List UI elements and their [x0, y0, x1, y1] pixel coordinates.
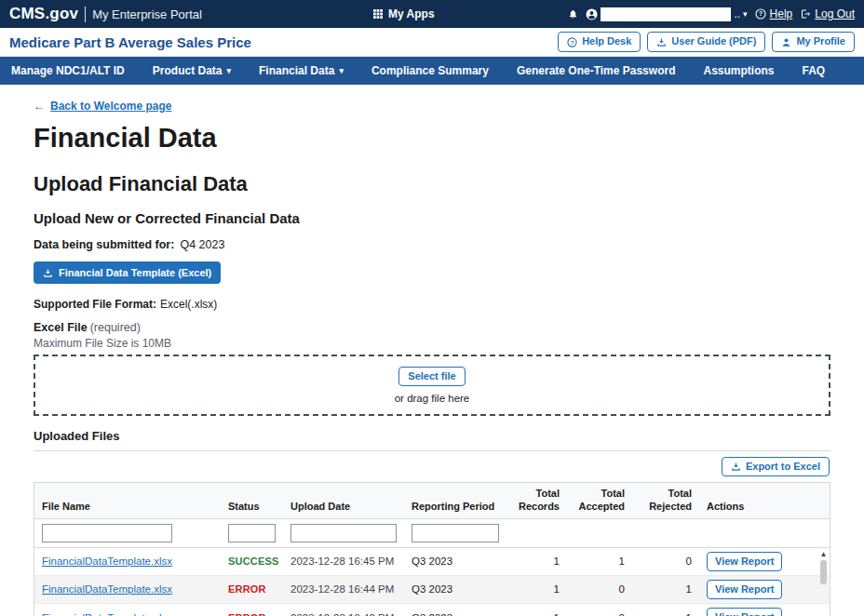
main-nav: Manage NDC1/ALT ID Product Data▾ Financi… — [0, 57, 864, 85]
app-bar: Medicare Part B Average Sales Price ? He… — [0, 28, 864, 57]
submitted-for-value: Q4 2023 — [180, 238, 224, 251]
back-to-welcome-link[interactable]: ← Back to Welcome page — [34, 100, 172, 113]
view-report-button[interactable]: View Report — [707, 552, 782, 571]
nav-financial-data[interactable]: Financial Data▾ — [259, 64, 344, 77]
reporting-period-cell: Q3 2023 — [404, 580, 506, 598]
supported-format-label: Supported File Format: — [34, 298, 156, 311]
col-header-total-records: Total Records — [506, 483, 567, 518]
file-dropzone[interactable]: Select file or drag file here — [34, 355, 830, 416]
excel-file-label-row: Excel File(required) — [34, 321, 830, 334]
help-circle-icon: ? — [567, 37, 577, 47]
total-accepted-cell: 1 — [567, 552, 632, 570]
financial-data-template-button[interactable]: Financial Data Template (Excel) — [34, 261, 221, 284]
user-avatar-icon — [586, 8, 598, 20]
logout-icon — [800, 8, 811, 20]
app-title: Medicare Part B Average Sales Price — [9, 34, 251, 50]
total-records-cell: 1 — [506, 580, 567, 598]
view-report-button[interactable]: View Report — [707, 580, 782, 599]
status-text: ERROR — [228, 612, 266, 616]
nav-label: FAQ — [802, 64, 825, 77]
username-truncation: .. — [734, 7, 740, 20]
nav-label: Assumptions — [703, 64, 774, 77]
portal-title: My Enterprise Portal — [92, 7, 202, 21]
nav-compliance-summary[interactable]: Compliance Summary — [371, 64, 489, 77]
upload-date-cell: 2023-12-28 16:42 PM — [283, 609, 404, 616]
total-rejected-cell: 0 — [632, 552, 699, 570]
uploaded-files-heading: Uploaded Files — [34, 429, 830, 443]
select-file-button[interactable]: Select file — [398, 367, 465, 386]
table-row: FinancialDataTemplate.xlsx SUCCESS 2023-… — [34, 548, 830, 576]
total-rejected-cell: 1 — [632, 580, 699, 598]
file-name-link[interactable]: FinancialDataTemplate.xlsx — [42, 612, 172, 616]
download-icon — [731, 462, 741, 472]
svg-text:?: ? — [759, 10, 763, 17]
chevron-down-icon: ▾ — [743, 10, 748, 19]
my-profile-button[interactable]: My Profile — [772, 32, 855, 51]
file-name-link[interactable]: FinancialDataTemplate.xlsx — [42, 583, 172, 595]
uploaded-files-table: File Name Status Upload Date Reporting P… — [34, 482, 830, 616]
total-records-cell: 1 — [506, 609, 567, 616]
table-row: FinancialDataTemplate.xlsx ERROR 2023-12… — [34, 604, 830, 616]
required-hint: (required) — [90, 321, 141, 334]
table-header-row: File Name Status Upload Date Reporting P… — [34, 483, 830, 519]
subsection-title: Upload New or Corrected Financial Data — [34, 210, 830, 226]
col-header-total-rejected: Total Rejected — [632, 483, 699, 518]
chevron-down-icon: ▾ — [226, 67, 231, 75]
view-report-button[interactable]: View Report — [707, 608, 782, 616]
nav-generate-otp[interactable]: Generate One-Time Password — [517, 64, 676, 77]
table-filter-row — [34, 519, 830, 548]
nav-faq[interactable]: FAQ — [802, 64, 825, 77]
redacted-username — [601, 7, 731, 21]
file-name-link[interactable]: FinancialDataTemplate.xlsx — [42, 556, 172, 567]
help-desk-button[interactable]: ? Help Desk — [558, 32, 641, 51]
help-desk-label: Help Desk — [582, 35, 631, 47]
bell-icon[interactable] — [568, 8, 578, 20]
my-apps-button[interactable]: My Apps — [372, 0, 435, 28]
template-button-label: Financial Data Template (Excel) — [59, 267, 211, 278]
supported-format-value: Excel(.xlsx) — [160, 298, 217, 311]
nav-manage-ndc-alt-id[interactable]: Manage NDC1/ALT ID — [11, 64, 125, 77]
main-content: ← Back to Welcome page Financial Data Up… — [0, 85, 864, 616]
scroll-up-icon[interactable]: ▲ — [820, 550, 828, 559]
filter-file-name-input[interactable] — [42, 524, 172, 542]
cms-logo[interactable]: CMS.gov — [9, 5, 78, 23]
filter-status-input[interactable] — [228, 524, 276, 542]
submitted-for-label: Data being submitted for: — [34, 238, 174, 251]
nav-product-data[interactable]: Product Data▾ — [153, 64, 231, 77]
user-guide-button[interactable]: User Guide (PDF) — [647, 32, 765, 51]
table-scrollbar[interactable]: ▲ — [818, 550, 829, 616]
filter-reporting-period-input[interactable] — [412, 524, 499, 542]
download-icon — [43, 268, 53, 278]
user-menu[interactable]: .. ▾ — [586, 7, 747, 21]
col-header-status: Status — [221, 496, 283, 518]
nav-assumptions[interactable]: Assumptions — [703, 64, 774, 77]
export-label: Export to Excel — [746, 461, 820, 473]
top-bar-right: .. ▾ ? Help Log Out — [568, 7, 855, 21]
upload-date-cell: 2023-12-28 16:45 PM — [283, 552, 404, 570]
upload-date-cell: 2023-12-28 16:44 PM — [283, 580, 404, 598]
help-link[interactable]: ? Help — [755, 7, 793, 20]
chevron-down-icon: ▾ — [339, 67, 344, 75]
export-row: Export to Excel — [34, 451, 830, 482]
submitted-for-row: Data being submitted for:Q4 2023 — [34, 238, 830, 251]
export-to-excel-button[interactable]: Export to Excel — [722, 457, 830, 476]
app-bar-buttons: ? Help Desk User Guide (PDF) My Profile — [558, 32, 855, 51]
col-header-reporting-period: Reporting Period — [404, 496, 506, 518]
top-bar: CMS.gov My Enterprise Portal My Apps .. … — [0, 0, 864, 28]
my-apps-label: My Apps — [388, 7, 435, 20]
max-file-size-hint: Maximum File Size is 10MB — [34, 337, 830, 350]
total-accepted-cell: 0 — [567, 580, 632, 598]
section-title: Upload Financial Data — [34, 172, 830, 196]
drag-hint: or drag file here — [395, 393, 470, 404]
nav-label: Product Data — [153, 64, 223, 77]
logout-link[interactable]: Log Out — [800, 7, 855, 20]
col-header-actions: Actions — [699, 496, 830, 518]
logo-divider — [85, 7, 86, 22]
help-circle-icon: ? — [755, 8, 766, 20]
logout-label: Log Out — [815, 7, 855, 20]
download-icon — [656, 37, 667, 47]
user-guide-label: User Guide (PDF) — [671, 35, 756, 47]
col-header-upload-date: Upload Date — [283, 496, 404, 518]
filter-upload-date-input[interactable] — [290, 524, 397, 542]
scrollbar-thumb[interactable] — [820, 560, 827, 584]
